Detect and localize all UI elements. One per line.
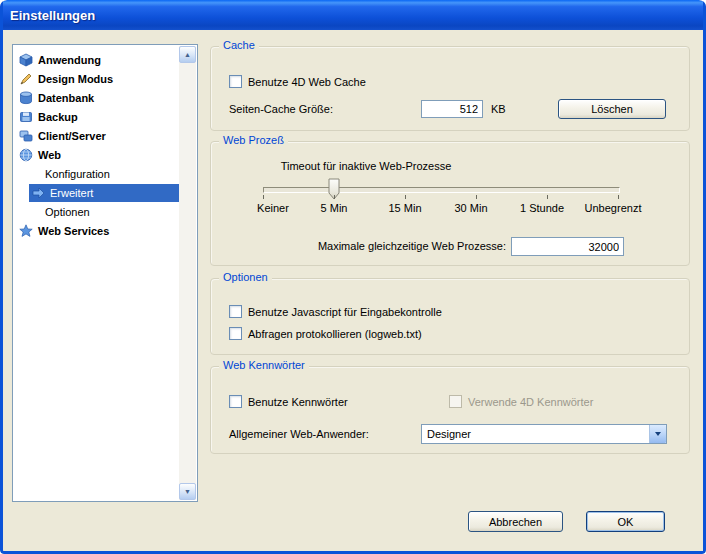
checkbox-label: Benutze Kennwörter	[248, 396, 348, 408]
web-user-label: Allgemeiner Web-Anwender:	[229, 428, 369, 440]
application-icon	[19, 53, 33, 67]
sidebar-item-label: Datenbank	[38, 92, 94, 104]
slider-label-5min: 5 Min	[321, 202, 348, 214]
sidebar-item-design-modus[interactable]: Design Modus	[15, 70, 179, 88]
settings-dialog: Einstellungen Anwendung Design Modus Dat…	[0, 0, 706, 554]
checkbox-box	[229, 305, 242, 318]
sidebar-item-web[interactable]: Web	[15, 146, 179, 164]
cache-size-input[interactable]	[421, 100, 483, 118]
javascript-validation-checkbox[interactable]: Benutze Javascript für Eingabekontrolle	[229, 305, 442, 318]
timeout-slider-track[interactable]	[263, 187, 620, 193]
slider-tick	[476, 195, 477, 199]
slider-label-1stunde: 1 Stunde	[520, 202, 564, 214]
sidebar-item-backup[interactable]: Backup	[15, 108, 179, 126]
combobox-dropdown-button[interactable]	[649, 425, 666, 443]
arrow-up-icon: ▲	[184, 51, 191, 58]
window-title: Einstellungen	[10, 8, 95, 23]
sidebar-item-label: Erweitert	[50, 187, 93, 199]
sidebar-item-label: Anwendung	[38, 54, 101, 66]
sidebar-item-web-services[interactable]: Web Services	[15, 222, 179, 240]
web-services-icon	[19, 224, 33, 238]
slider-label-unbegrenzt: Unbegrenzt	[585, 202, 642, 214]
settings-nav-list: Anwendung Design Modus Datenbank Backup	[12, 44, 198, 502]
sidebar-item-label: Konfiguration	[45, 168, 110, 180]
checkbox-label: Verwende 4D Kennwörter	[468, 396, 593, 408]
web-passwords-group-title: Web Kennwörter	[219, 359, 309, 371]
backup-icon	[19, 110, 33, 124]
slider-tick	[618, 195, 619, 199]
slider-label-15min: 15 Min	[388, 202, 421, 214]
checkbox-box	[449, 395, 462, 408]
timeout-label: Timeout für inaktive Web-Prozesse	[251, 160, 481, 172]
advanced-arrow-icon	[31, 186, 45, 200]
sidebar-item-label: Client/Server	[38, 130, 106, 142]
sidebar-item-label: Optionen	[45, 206, 90, 218]
log-requests-checkbox[interactable]: Abfragen protokollieren (logweb.txt)	[229, 327, 422, 340]
combobox-value: Designer	[422, 425, 649, 443]
clear-cache-button[interactable]: Löschen	[558, 99, 666, 119]
slider-label-keiner: Keiner	[257, 202, 289, 214]
cancel-button[interactable]: Abbrechen	[468, 511, 563, 532]
web-process-group: Web Prozeß Timeout für inaktive Web-Proz…	[210, 141, 690, 266]
web-process-group-title: Web Prozeß	[219, 134, 288, 146]
sidebar-item-optionen[interactable]: Optionen	[29, 203, 181, 221]
max-processes-label: Maximale gleichzeitige Web Prozesse:	[318, 240, 506, 252]
titlebar[interactable]: Einstellungen	[0, 0, 706, 30]
sidebar-item-label: Web Services	[38, 225, 109, 237]
sidebar-item-konfiguration[interactable]: Konfiguration	[29, 165, 181, 183]
use-web-cache-checkbox[interactable]: Benutze 4D Web Cache	[229, 75, 366, 88]
options-group-title: Optionen	[219, 271, 272, 283]
slider-tick	[334, 195, 335, 199]
slider-tick	[547, 195, 548, 199]
checkbox-box	[229, 75, 242, 88]
sidebar-item-anwendung[interactable]: Anwendung	[15, 51, 179, 69]
client-server-icon	[19, 129, 33, 143]
checkbox-box	[229, 327, 242, 340]
cache-group-title: Cache	[219, 39, 259, 51]
sidebar-item-label: Web	[38, 149, 61, 161]
cache-size-label: Seiten-Cache Größe:	[229, 103, 333, 115]
arrow-down-icon: ▼	[184, 488, 191, 495]
scroll-up-button[interactable]: ▲	[179, 46, 196, 63]
sidebar-item-label: Backup	[38, 111, 78, 123]
max-processes-input[interactable]	[511, 237, 624, 256]
web-passwords-group: Web Kennwörter Benutze Kennwörter Verwen…	[210, 366, 690, 454]
sidebar-scrollbar[interactable]: ▲ ▼	[179, 46, 196, 500]
use-passwords-checkbox[interactable]: Benutze Kennwörter	[229, 395, 348, 408]
slider-tick	[405, 195, 406, 199]
chevron-down-icon	[655, 432, 661, 436]
options-group: Optionen Benutze Javascript für Eingabek…	[210, 278, 690, 355]
checkbox-label: Benutze 4D Web Cache	[248, 76, 366, 88]
checkbox-label: Benutze Javascript für Eingabekontrolle	[248, 306, 442, 318]
slider-tick	[263, 195, 264, 199]
design-mode-icon	[19, 72, 33, 86]
ok-button[interactable]: OK	[586, 511, 665, 532]
use-4d-passwords-checkbox: Verwende 4D Kennwörter	[449, 395, 593, 408]
sidebar-item-label: Design Modus	[38, 73, 113, 85]
slider-label-30min: 30 Min	[454, 202, 487, 214]
web-user-combobox[interactable]: Designer	[421, 424, 667, 444]
cache-size-unit: KB	[491, 103, 506, 115]
database-icon	[19, 91, 33, 105]
scroll-down-button[interactable]: ▼	[179, 483, 196, 500]
cache-group: Cache Benutze 4D Web Cache Seiten-Cache …	[210, 46, 690, 131]
sidebar-item-datenbank[interactable]: Datenbank	[15, 89, 179, 107]
sidebar-item-client-server[interactable]: Client/Server	[15, 127, 179, 145]
globe-icon	[19, 148, 33, 162]
sidebar-item-erweitert[interactable]: Erweitert	[29, 184, 181, 202]
checkbox-label: Abfragen protokollieren (logweb.txt)	[248, 328, 422, 340]
checkbox-box	[229, 395, 242, 408]
